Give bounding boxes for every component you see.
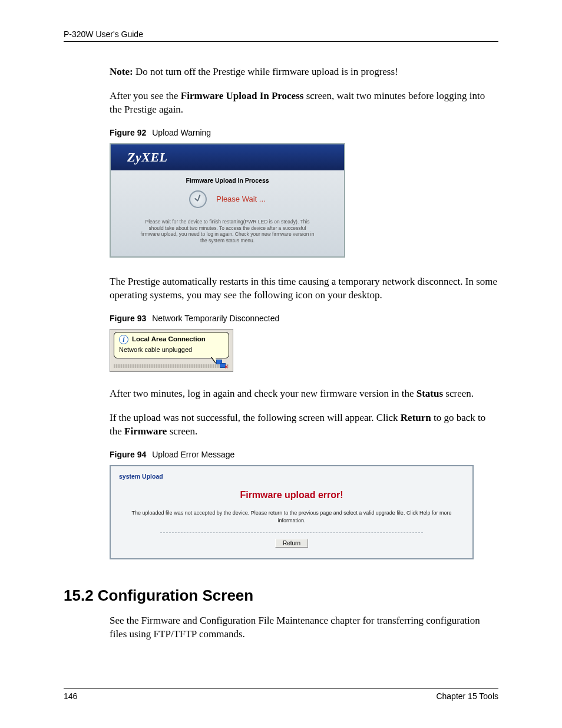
figure93-caption: Figure 93Network Temporarily Disconnecte… — [110, 313, 498, 324]
para-restart: The Prestige automatically restarts in t… — [110, 275, 498, 302]
document-page: P-320W User's Guide Note: Do not turn of… — [0, 0, 562, 728]
page-header: P-320W User's Guide — [64, 29, 498, 42]
zyxel-logo: ZyXEL — [127, 149, 168, 166]
figure92: ZyXEL Firmware Upload In Process Please … — [110, 143, 345, 258]
section-body-wrap: See the Firmware and Configuration File … — [110, 614, 498, 641]
page-footer: 146 Chapter 15 Tools — [64, 689, 498, 701]
balloon-body: Network cable unplugged — [119, 345, 224, 354]
figure92-header: ZyXEL — [111, 144, 344, 170]
clock-icon — [189, 190, 207, 208]
figure92-title: Firmware Upload In Process — [111, 170, 344, 187]
para-two-minutes: After two minutes, log in again and chec… — [110, 387, 498, 401]
figure92-wait-row: Please Wait ... — [111, 187, 344, 219]
figure92-message: Please wait for the device to finish res… — [111, 219, 344, 257]
section-heading: 15.2 Configuration Screen — [64, 587, 498, 605]
network-disconnected-icon: × — [216, 360, 227, 369]
page-number: 146 — [64, 691, 77, 701]
figure94: system Upload Firmware upload error! The… — [110, 465, 474, 559]
figure94-error: Firmware upload error! — [119, 486, 464, 510]
figure92-caption: Figure 92Upload Warning — [110, 127, 498, 139]
figure94-message: The uploaded file was not accepted by th… — [119, 509, 464, 532]
taskbar-strip — [114, 364, 229, 368]
info-icon: i — [119, 335, 128, 344]
balloon-title: Local Area Connection — [132, 335, 206, 344]
figure94-divider — [160, 532, 423, 533]
note-label: Note: — [110, 66, 133, 77]
body-content: Note: Do not turn off the Prestige while… — [110, 65, 498, 559]
para-upload-fail: If the upload was not successful, the fo… — [110, 411, 498, 439]
note-text: Do not turn off the Prestige while firmw… — [133, 66, 398, 77]
figure93: i Local Area Connection Network cable un… — [110, 329, 233, 372]
figure94-caption: Figure 94Upload Error Message — [110, 449, 498, 460]
section-body: See the Firmware and Configuration File … — [110, 614, 498, 641]
para-firmware-wait: After you see the Firmware Upload In Pro… — [110, 90, 498, 117]
balloon-tail — [211, 357, 216, 364]
chapter-label: Chapter 15 Tools — [436, 691, 498, 701]
balloon-tip: i Local Area Connection Network cable un… — [114, 332, 229, 358]
return-button[interactable]: Return — [275, 539, 308, 548]
figure94-breadcrumb: system Upload — [119, 472, 464, 486]
note-line: Note: Do not turn off the Prestige while… — [110, 65, 498, 79]
please-wait-text: Please Wait ... — [216, 194, 265, 205]
